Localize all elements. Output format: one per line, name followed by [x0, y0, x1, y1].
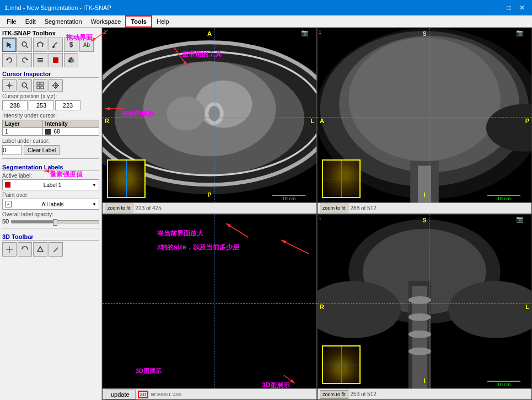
- sag-camera-icon[interactable]: 📷: [516, 29, 524, 36]
- intensity-section: Intensity under cursor: Layer Intensity …: [2, 113, 99, 136]
- 3d-display-area: 3D: [138, 391, 149, 398]
- sag-scale-bar: 10 cm: [487, 195, 520, 201]
- inspector-settings[interactable]: [49, 79, 63, 92]
- cor2-scale-bar: 10 cm: [487, 381, 520, 387]
- tool-select[interactable]: [2, 38, 17, 52]
- tool-redo[interactable]: [18, 53, 32, 67]
- close-button[interactable]: ✕: [517, 2, 528, 13]
- cor2-corner-tl: 1: [319, 216, 321, 221]
- slider-thumb: [53, 219, 57, 226]
- sag-slice-info: 288 of 512: [351, 205, 377, 211]
- axial-slice-info: 223 of 425: [136, 205, 162, 211]
- cor2-crosshair-h: [318, 303, 531, 304]
- seg-labels-title: Segmentation Labels: [2, 164, 99, 171]
- cor2-label-bottom: I: [423, 377, 425, 384]
- sag-crosshair-v: [429, 28, 429, 214]
- update-button[interactable]: update: [105, 390, 136, 399]
- svg-point-13: [72, 60, 74, 62]
- axial-camera-icon[interactable]: 📷: [301, 29, 309, 36]
- svg-point-12: [68, 60, 71, 62]
- svg-point-1: [22, 42, 26, 46]
- opacity-label: Overall label opacity:: [2, 211, 99, 217]
- axial-label-top: A: [207, 30, 212, 37]
- cor-crosshair-v: [214, 215, 214, 400]
- menu-file[interactable]: File: [2, 15, 21, 28]
- sag-scale-bar-label: 10 cm: [487, 196, 520, 201]
- tool-undo[interactable]: [2, 53, 17, 67]
- cor2-zoom-fit[interactable]: zoom to fit: [320, 390, 348, 399]
- cursor-y-input[interactable]: [29, 100, 54, 110]
- clear-label-button[interactable]: Clear Label: [24, 145, 60, 155]
- axial-thumbnail: [107, 159, 146, 198]
- paint-over-dropdown[interactable]: ✓ All labels ▼: [2, 199, 99, 210]
- cor2-slice-info: 253 of 512: [351, 391, 377, 397]
- svg-point-25: [55, 82, 56, 83]
- svg-point-59: [409, 330, 431, 338]
- sag-label-top: S: [422, 30, 426, 37]
- intensity-table: Layer Intensity 1 68: [2, 120, 99, 136]
- menu-tools[interactable]: Tools: [125, 15, 152, 28]
- active-label-dropdown[interactable]: Label 1 ▼: [2, 179, 99, 190]
- tool-zoom[interactable]: [18, 38, 32, 52]
- svg-line-18: [26, 87, 28, 89]
- opacity-value: 50: [2, 218, 9, 225]
- sag-zoom-fit[interactable]: zoom to fit: [320, 204, 348, 212]
- cor2-scale-bar-label: 10 cm: [487, 382, 520, 387]
- active-label-dot: [5, 182, 10, 188]
- axial-thumbnail-inner: [108, 161, 144, 197]
- svg-rect-22: [41, 86, 44, 89]
- tool-brush[interactable]: [49, 38, 63, 52]
- axial-crosshair-v: [214, 28, 214, 214]
- tool-color[interactable]: [64, 53, 78, 67]
- cor2-thumb-cross-v: [341, 346, 342, 383]
- svg-point-60: [409, 347, 431, 355]
- tool-text[interactable]: Ab: [79, 38, 94, 52]
- svg-point-38: [167, 97, 205, 131]
- svg-marker-31: [27, 248, 29, 249]
- viewport-axial: 1 A P R L 📷 10 cm: [102, 28, 317, 214]
- sag-thumb-cross-v: [341, 161, 342, 197]
- 3d-tool-crosshair[interactable]: [2, 242, 17, 257]
- intensity-label: Intensity under cursor:: [2, 113, 99, 119]
- cursor-z-input[interactable]: [55, 100, 80, 110]
- svg-point-11: [70, 57, 72, 60]
- 3d-tools-row: [2, 242, 99, 257]
- opacity-slider[interactable]: [11, 220, 99, 223]
- svg-point-27: [52, 85, 53, 86]
- paint-over-row: Paint over: ✓ All labels ▼: [2, 192, 99, 210]
- inspector-grid[interactable]: [33, 79, 47, 92]
- inspector-zoom[interactable]: [18, 79, 32, 92]
- svg-rect-51: [103, 215, 316, 400]
- svg-marker-0: [7, 42, 12, 48]
- cor2-label-left: R: [320, 303, 324, 310]
- maximize-button[interactable]: □: [503, 2, 514, 13]
- sag-label-right: P: [525, 118, 529, 124]
- 3d-icon-box[interactable]: 3D: [138, 391, 149, 398]
- inspector-crosshair[interactable]: [2, 79, 17, 92]
- cursor-x-input[interactable]: [2, 100, 28, 110]
- cor2-camera-icon[interactable]: 📷: [516, 216, 524, 223]
- menu-edit[interactable]: Edit: [21, 15, 40, 28]
- cursor-inspector-section: Cursor Inspector Cursor position (x,y,z)…: [2, 71, 99, 155]
- cursor-inspector-title: Cursor Inspector: [2, 71, 99, 78]
- label-value-input[interactable]: [2, 145, 22, 155]
- tool-layers[interactable]: [33, 53, 47, 67]
- tool-dollar[interactable]: $: [64, 38, 78, 52]
- 3d-tool-mesh[interactable]: [33, 242, 47, 257]
- menu-help[interactable]: Help: [152, 15, 174, 28]
- 3d-tool-rotate[interactable]: [18, 242, 32, 257]
- scale-bar-label: 10 cm: [272, 196, 305, 201]
- axial-label-right: L: [310, 118, 314, 124]
- sag-statusbar: zoom to fit 288 of 512: [318, 202, 531, 214]
- tool-polygon[interactable]: [33, 38, 47, 52]
- intensity-color-swatch: [45, 129, 51, 135]
- paint-over-label: Paint over:: [2, 192, 99, 198]
- 3d-tool-pencil[interactable]: [49, 242, 63, 257]
- menu-segmentation[interactable]: Segmentation: [40, 15, 87, 28]
- axial-zoom-fit[interactable]: zoom to fit: [105, 204, 133, 212]
- tool-red-square[interactable]: [49, 53, 63, 67]
- cursor-coords: [2, 100, 99, 110]
- svg-rect-21: [37, 86, 40, 89]
- minimize-button[interactable]: ─: [490, 2, 501, 13]
- menu-workspace[interactable]: Workspace: [87, 15, 126, 28]
